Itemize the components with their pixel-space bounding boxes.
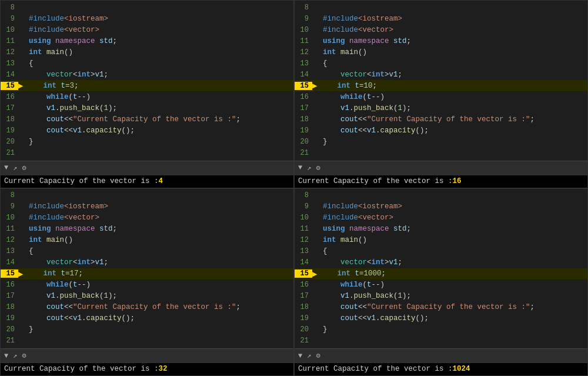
line-content: int t=1000; <box>319 269 386 278</box>
line-content: #include<iostream> <box>323 202 402 211</box>
line-content: { <box>323 59 328 68</box>
line-number: 12 <box>295 236 312 244</box>
line-content: using namespace std; <box>323 225 411 233</box>
toolbar: ▼ ↗ ⚙ <box>1 348 293 362</box>
line-number: 11 <box>295 225 312 233</box>
line-content: #include<vector> <box>29 26 99 34</box>
code-line: 13{ <box>1 58 293 69</box>
code-line: 18 cout<<"Current Capacity of the vector… <box>1 114 293 125</box>
code-line: 17 v1.push_back(1); <box>1 102 293 114</box>
line-content: v1.push_back(1); <box>323 292 411 300</box>
code-line: 11using namespace std; <box>295 224 587 235</box>
collapse-icon[interactable]: ▼ <box>298 352 302 360</box>
settings-icon[interactable]: ⚙ <box>22 351 26 360</box>
code-line: 18 cout<<"Current Capacity of the vector… <box>295 302 587 313</box>
arrow-icon: ▶ <box>312 269 317 279</box>
line-number: 11 <box>295 37 312 45</box>
line-content: int main() <box>29 48 73 56</box>
line-number: 21 <box>1 337 18 345</box>
code-line: 20} <box>295 324 587 335</box>
arrow-icon: ▶ <box>312 81 317 91</box>
line-content: #include<vector> <box>323 214 393 222</box>
line-number: 19 <box>295 127 312 135</box>
line-content: using namespace std; <box>323 37 411 45</box>
collapse-icon[interactable]: ▼ <box>4 352 8 360</box>
expand-icon[interactable]: ↗ <box>307 164 311 172</box>
code-line: 19 cout<<v1.capacity(); <box>1 313 293 324</box>
code-line: 16 while(t--) <box>1 91 293 102</box>
code-line: 17 v1.push_back(1); <box>295 102 587 114</box>
code-line: 13{ <box>1 246 293 257</box>
line-number: 12 <box>295 48 312 56</box>
code-line: 9#include<iostream> <box>295 201 587 212</box>
expand-icon[interactable]: ↗ <box>13 164 17 172</box>
line-number: 19 <box>295 314 312 322</box>
line-number: 18 <box>1 303 18 311</box>
line-content: int main() <box>323 48 367 56</box>
arrow-icon: ▶ <box>18 269 23 279</box>
line-content: cout<<"Current Capacity of the vector is… <box>29 115 240 124</box>
line-number: 21 <box>295 149 312 157</box>
line-number: 13 <box>1 59 18 68</box>
line-content: using namespace std; <box>29 225 117 233</box>
panel-0: 89#include<iostream>10#include<vector>11… <box>0 0 294 188</box>
output-value: 1024 <box>453 365 470 373</box>
settings-icon[interactable]: ⚙ <box>316 351 320 360</box>
code-line: 20} <box>295 136 587 147</box>
code-line: 15▶ int t=1000; <box>295 268 587 279</box>
line-content: cout<<v1.capacity(); <box>323 314 429 322</box>
settings-icon[interactable]: ⚙ <box>22 164 26 172</box>
line-number: 8 <box>295 4 312 12</box>
expand-icon[interactable]: ↗ <box>13 351 17 360</box>
expand-icon[interactable]: ↗ <box>307 351 311 360</box>
line-number: 11 <box>1 37 18 45</box>
code-line: 18 cout<<"Current Capacity of the vector… <box>295 114 587 125</box>
output-bar: Current Capacity of the vector is :1024 <box>295 362 587 375</box>
line-number: 16 <box>295 93 312 101</box>
line-content: using namespace std; <box>29 37 117 45</box>
line-number: 10 <box>1 26 18 34</box>
line-content: } <box>323 138 328 146</box>
line-number: 18 <box>295 115 312 124</box>
line-content: v1.push_back(1); <box>29 292 117 300</box>
code-line: 12int main() <box>295 235 587 246</box>
line-content: #include<iostream> <box>29 15 108 23</box>
code-area: 89#include<iostream>10#include<vector>11… <box>295 189 587 349</box>
line-content: } <box>323 325 328 334</box>
line-content: #include<iostream> <box>323 15 402 23</box>
code-line: 11using namespace std; <box>1 224 293 235</box>
line-number: 16 <box>1 281 18 289</box>
line-number: 20 <box>295 138 312 146</box>
collapse-icon[interactable]: ▼ <box>298 164 302 172</box>
code-line: 10#include<vector> <box>295 24 587 35</box>
code-line: 21 <box>295 335 587 347</box>
arrow-icon: ▶ <box>18 81 23 91</box>
code-line: 9#include<iostream> <box>1 13 293 24</box>
code-line: 14 vector<int>v1; <box>1 69 293 80</box>
line-content: int t=17; <box>25 269 83 278</box>
line-content: cout<<v1.capacity(); <box>323 127 429 135</box>
line-number: 17 <box>295 292 312 300</box>
line-content: cout<<"Current Capacity of the vector is… <box>29 303 240 311</box>
line-content: #include<vector> <box>323 26 393 34</box>
collapse-icon[interactable]: ▼ <box>4 164 8 172</box>
line-number: 21 <box>295 337 312 345</box>
line-content: { <box>29 247 34 255</box>
code-line: 13{ <box>295 246 587 257</box>
line-content: cout<<v1.capacity(); <box>29 127 135 135</box>
code-line: 21 <box>1 335 293 347</box>
line-content: while(t--) <box>323 281 385 289</box>
code-line: 19 cout<<v1.capacity(); <box>295 125 587 136</box>
line-number: 8 <box>295 191 312 199</box>
code-area: 89#include<iostream>10#include<vector>11… <box>295 1 587 161</box>
line-number: 14 <box>295 258 312 267</box>
code-line: 15▶ int t=17; <box>1 268 293 279</box>
line-content: cout<<v1.capacity(); <box>29 314 135 322</box>
code-area: 89#include<iostream>10#include<vector>11… <box>1 189 293 349</box>
code-line: 19 cout<<v1.capacity(); <box>295 313 587 324</box>
panel-3: 89#include<iostream>10#include<vector>11… <box>294 188 588 377</box>
line-number: 15 <box>295 82 312 90</box>
line-number: 18 <box>1 115 18 124</box>
code-line: 14 vector<int>v1; <box>295 257 587 268</box>
settings-icon[interactable]: ⚙ <box>316 164 320 172</box>
